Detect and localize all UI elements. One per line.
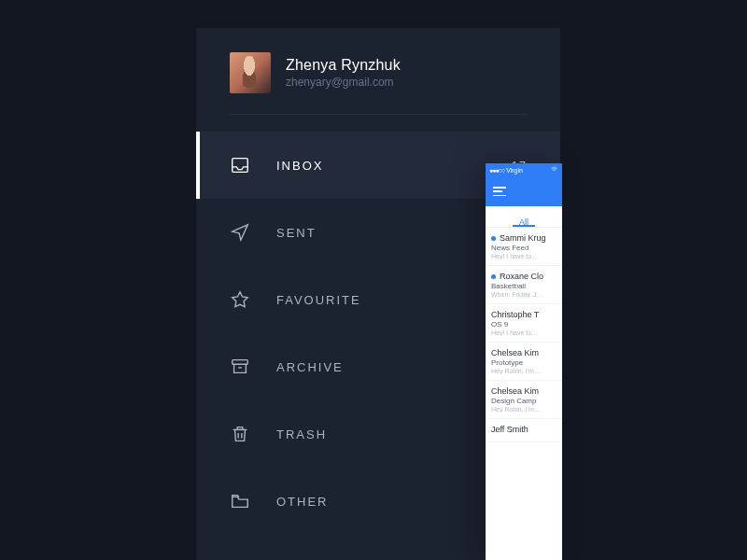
menu-icon[interactable] bbox=[493, 187, 506, 196]
mail-item[interactable]: Chelsea KimPrototypeHey Robin, I’m… bbox=[486, 343, 562, 381]
mail-preview: Hey Robin, I’m… bbox=[491, 368, 557, 374]
mail-sender: Sammi Krug bbox=[491, 233, 557, 243]
svg-rect-1 bbox=[233, 360, 248, 365]
mail-subject: OS 9 bbox=[491, 320, 557, 329]
folder-icon bbox=[230, 491, 250, 511]
divider bbox=[230, 114, 527, 115]
mail-subject: Design Camp bbox=[491, 397, 557, 405]
mail-subject: Basketball bbox=[491, 282, 557, 290]
mail-item[interactable]: Christophe TOS 9Hey! I have to… bbox=[486, 304, 562, 343]
inbox-icon bbox=[230, 155, 250, 175]
mail-preview: Hey Robin, I’m… bbox=[491, 406, 557, 413]
profile-text: Zhenya Rynzhuk zhenyary@gmail.com bbox=[286, 57, 401, 89]
mail-item[interactable]: Jeff Smith bbox=[486, 419, 562, 442]
mail-item[interactable]: Sammi KrugNews FeedHey! I have to… bbox=[486, 228, 562, 266]
unread-dot-icon bbox=[491, 236, 496, 241]
mail-sender: Jeff Smith bbox=[491, 425, 557, 434]
app-bar bbox=[486, 176, 562, 206]
avatar[interactable] bbox=[230, 52, 271, 93]
send-icon bbox=[230, 222, 250, 243]
status-bar: ●●●○○ Virgin bbox=[486, 163, 562, 176]
mail-preview: Hey! I have to… bbox=[491, 329, 557, 336]
mail-sender: Chelsea Kim bbox=[491, 386, 557, 396]
mail-preview: When: Friday. J… bbox=[491, 291, 557, 298]
profile-block[interactable]: Zhenya Rynzhuk zhenyary@gmail.com bbox=[196, 28, 560, 114]
wifi-icon bbox=[550, 165, 558, 175]
unread-dot-icon bbox=[491, 274, 496, 279]
mail-list[interactable]: Sammi KrugNews FeedHey! I have to…Roxane… bbox=[486, 228, 562, 442]
mail-sender: Chelsea Kim bbox=[491, 348, 557, 357]
tab-underline bbox=[513, 225, 536, 227]
mail-list-card: ●●●○○ Virgin All Sammi KrugNews FeedHey!… bbox=[486, 163, 562, 560]
star-icon bbox=[230, 289, 250, 310]
mail-sender: Roxane Clo bbox=[491, 272, 557, 281]
carrier-label: Virgin bbox=[506, 167, 523, 174]
nav-label: INBOX bbox=[276, 159, 512, 173]
mail-preview: Hey! I have to… bbox=[491, 253, 557, 259]
mail-item[interactable]: Roxane CloBasketballWhen: Friday. J… bbox=[486, 266, 562, 304]
signal-dots-icon: ●●●○○ bbox=[489, 167, 504, 174]
mail-subject: Prototype bbox=[491, 358, 557, 367]
mail-sender: Christophe T bbox=[491, 310, 557, 319]
profile-name: Zhenya Rynzhuk bbox=[286, 57, 401, 74]
mail-item[interactable]: Chelsea KimDesign CampHey Robin, I’m… bbox=[486, 381, 562, 419]
trash-icon bbox=[230, 424, 250, 444]
archive-icon bbox=[230, 357, 250, 377]
mail-subject: News Feed bbox=[491, 244, 557, 252]
tab-bar: All bbox=[486, 206, 562, 228]
profile-email: zhenyary@gmail.com bbox=[286, 76, 401, 89]
